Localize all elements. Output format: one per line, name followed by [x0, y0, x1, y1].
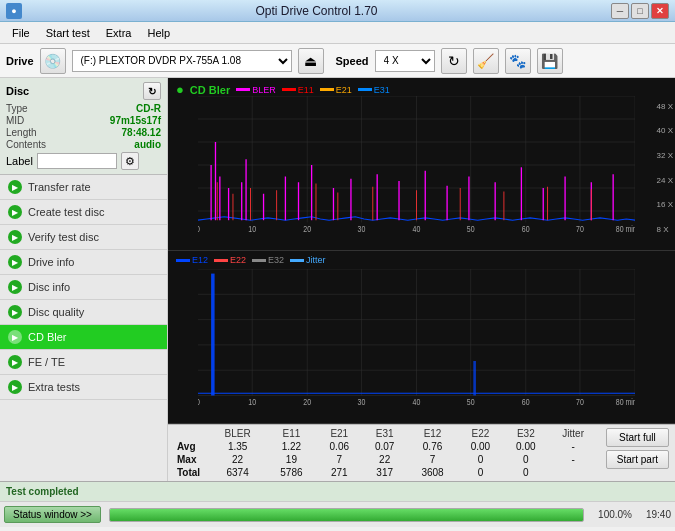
test-completed-label: Test completed [6, 486, 79, 497]
svg-text:30: 30 [358, 397, 366, 407]
window-controls: ─ □ ✕ [611, 3, 669, 19]
drive-bar: Drive 💿 (F:) PLEXTOR DVDR PX-755A 1.08 ⏏… [0, 44, 675, 78]
max-jitter: - [549, 453, 598, 466]
options-button[interactable]: 🐾 [505, 48, 531, 74]
disc-quality-label: Disc quality [28, 306, 84, 318]
sidebar-item-cd-bler[interactable]: ▶ CD Bler [0, 325, 167, 350]
sidebar-item-disc-quality[interactable]: ▶ Disc quality [0, 300, 167, 325]
col-e31-header: E31 [362, 427, 407, 440]
chart1-icon: ● [176, 82, 184, 97]
avg-e22: 0.00 [458, 440, 503, 453]
svg-text:50: 50 [467, 224, 475, 234]
avg-e12: 0.76 [407, 440, 457, 453]
drive-icon-btn[interactable]: 💿 [40, 48, 66, 74]
status-window-button[interactable]: Status window >> [4, 506, 101, 523]
stats-area: BLER E11 E21 E31 E12 E22 E32 Jitter [168, 424, 675, 481]
sidebar-item-disc-info[interactable]: ▶ Disc info [0, 275, 167, 300]
sidebar: Disc ↻ Type CD-R MID 97m15s17f Length 78… [0, 78, 168, 481]
svg-text:80 min: 80 min [616, 397, 637, 407]
drive-info-label: Drive info [28, 256, 74, 268]
col-e32-header: E32 [503, 427, 548, 440]
menu-file[interactable]: File [4, 25, 38, 41]
svg-text:40: 40 [413, 224, 421, 234]
max-e22: 0 [458, 453, 503, 466]
sidebar-item-fe-te[interactable]: ▶ FE / TE [0, 350, 167, 375]
length-label: Length [6, 127, 37, 138]
progress-text: 100.0% [592, 509, 632, 520]
disc-refresh-button[interactable]: ↻ [143, 82, 161, 100]
sidebar-item-transfer-rate[interactable]: ▶ Transfer rate [0, 175, 167, 200]
svg-text:80 min: 80 min [616, 224, 637, 234]
max-e21: 7 [317, 453, 362, 466]
total-e32: 0 [503, 466, 548, 479]
clear-button[interactable]: 🧹 [473, 48, 499, 74]
svg-rect-93 [211, 274, 214, 396]
max-bler: 22 [209, 453, 266, 466]
svg-text:350: 350 [185, 291, 197, 301]
start-part-button[interactable]: Start part [606, 450, 669, 469]
menu-bar: File Start test Extra Help [0, 22, 675, 44]
eject-button[interactable]: ⏏ [298, 48, 324, 74]
chart2-e12-label: E12 [192, 255, 208, 265]
menu-help[interactable]: Help [139, 25, 178, 41]
svg-text:50: 50 [467, 397, 475, 407]
sidebar-item-extra-tests[interactable]: ▶ Extra tests [0, 375, 167, 400]
svg-text:20: 20 [188, 139, 196, 149]
table-row: Max 22 19 7 22 7 0 0 - [174, 453, 598, 466]
start-full-button[interactable]: Start full [606, 428, 669, 447]
label-input[interactable] [37, 153, 117, 169]
svg-text:60: 60 [522, 397, 530, 407]
avg-bler: 1.35 [209, 440, 266, 453]
menu-start-test[interactable]: Start test [38, 25, 98, 41]
close-button[interactable]: ✕ [651, 3, 669, 19]
save-button[interactable]: 💾 [537, 48, 563, 74]
refresh-button[interactable]: ↻ [441, 48, 467, 74]
menu-extra[interactable]: Extra [98, 25, 140, 41]
drive-select[interactable]: (F:) PLEXTOR DVDR PX-755A 1.08 [72, 50, 292, 72]
svg-text:15: 15 [188, 162, 196, 172]
svg-text:50: 50 [188, 390, 196, 400]
col-e11-header: E11 [266, 427, 316, 440]
total-bler: 6374 [209, 466, 266, 479]
chart1-e31-label: E31 [374, 85, 390, 95]
chart1-title: ● CD Bler BLER E11 E21 [176, 82, 390, 97]
col-jitter-header: Jitter [549, 427, 598, 440]
chart1-svg: 30 25 20 15 10 5 0 10 20 30 40 50 60 70 … [168, 78, 675, 250]
avg-e31: 0.07 [362, 440, 407, 453]
extra-tests-icon: ▶ [8, 380, 22, 394]
verify-disc-icon: ▶ [8, 230, 22, 244]
maximize-button[interactable]: □ [631, 3, 649, 19]
svg-text:60: 60 [522, 224, 530, 234]
svg-text:5: 5 [192, 208, 196, 218]
chart2-legend-jitter: Jitter [290, 255, 326, 265]
title-bar: ● Opti Drive Control 1.70 ─ □ ✕ [0, 0, 675, 22]
disc-info-label: Disc info [28, 281, 70, 293]
chart2-svg: 400 350 300 200 100 50 0 10 20 30 40 50 … [168, 251, 675, 423]
window-title: Opti Drive Control 1.70 [22, 4, 611, 18]
drive-info-icon: ▶ [8, 255, 22, 269]
svg-text:0: 0 [196, 397, 200, 407]
sidebar-item-drive-info[interactable]: ▶ Drive info [0, 250, 167, 275]
chart1-legend-bler: BLER [236, 85, 276, 95]
gear-button[interactable]: ⚙ [121, 152, 139, 170]
speed-select[interactable]: 4 X [375, 50, 435, 72]
sidebar-item-create-test-disc[interactable]: ▶ Create test disc [0, 200, 167, 225]
chart2-legend-e32: E32 [252, 255, 284, 265]
disc-panel-title: Disc [6, 85, 29, 97]
chart2-title: E12 E22 E32 Jitter [176, 255, 326, 265]
total-e22: 0 [458, 466, 503, 479]
verify-disc-label: Verify test disc [28, 231, 99, 243]
test-completed-bar: Test completed [0, 481, 675, 501]
total-jitter [549, 466, 598, 479]
avg-jitter: - [549, 440, 598, 453]
chart2-legend-e12: E12 [176, 255, 208, 265]
col-bler-header: BLER [209, 427, 266, 440]
minimize-button[interactable]: ─ [611, 3, 629, 19]
max-e32: 0 [503, 453, 548, 466]
transfer-rate-label: Transfer rate [28, 181, 91, 193]
type-label: Type [6, 103, 28, 114]
sidebar-nav: ▶ Transfer rate ▶ Create test disc ▶ Ver… [0, 175, 167, 481]
sidebar-item-verify-test-disc[interactable]: ▶ Verify test disc [0, 225, 167, 250]
col-e22-header: E22 [458, 427, 503, 440]
col-label-header [174, 427, 209, 440]
